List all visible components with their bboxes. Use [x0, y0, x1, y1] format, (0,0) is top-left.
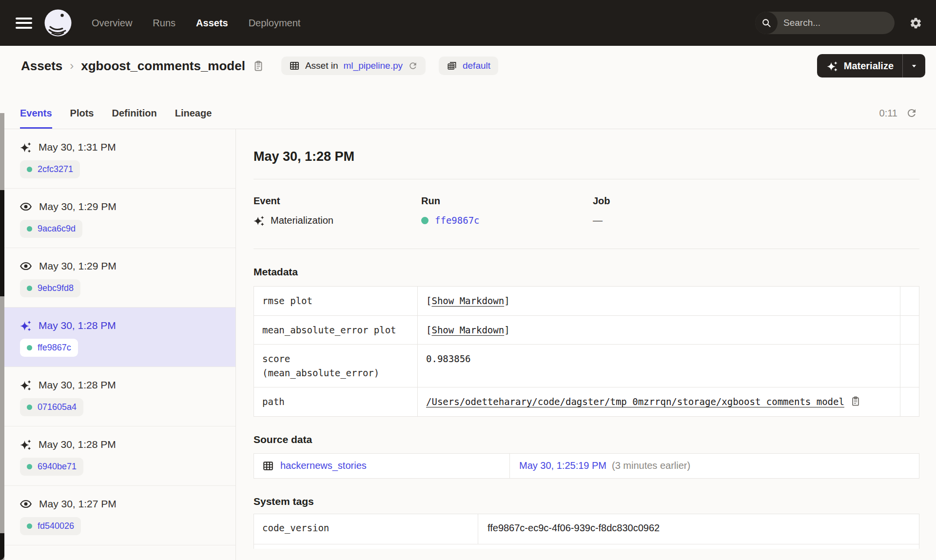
- nav-link-deployment[interactable]: Deployment: [249, 18, 301, 29]
- search-icon: [755, 12, 778, 34]
- table-row: path /Users/odetteharary/code/dagster/tm…: [254, 387, 919, 416]
- event-timestamp: May 30, 1:29 PM: [39, 201, 117, 212]
- nav-link-assets[interactable]: Assets: [196, 18, 228, 29]
- gear-icon[interactable]: [909, 17, 922, 30]
- run-id-link[interactable]: ffe9867c: [38, 343, 71, 353]
- event-list-item[interactable]: May 30, 1:29 PM 9ebc9fd8: [0, 248, 235, 308]
- run-id-badge[interactable]: 071605a4: [20, 398, 83, 416]
- tab-definition[interactable]: Definition: [112, 97, 157, 129]
- run-id-badge[interactable]: 6940be71: [20, 458, 83, 476]
- repo-name-link[interactable]: default: [463, 60, 490, 71]
- search-input[interactable]: [783, 18, 895, 28]
- refresh-icon[interactable]: [906, 97, 917, 129]
- materialization-icon: [20, 379, 31, 391]
- run-id-link[interactable]: 2cfc3271: [38, 164, 73, 174]
- table-icon: [262, 460, 274, 472]
- table-row: score (mean_absolute_error) 0.983856: [254, 345, 919, 387]
- event-list-item[interactable]: May 30, 1:28 PM 071605a4: [0, 367, 235, 426]
- observation-icon: [20, 498, 32, 510]
- run-status-dot: [421, 217, 429, 224]
- run-id-badge[interactable]: fd540026: [20, 517, 81, 535]
- event-timestamp: May 30, 1:31 PM: [39, 141, 116, 153]
- dagster-logo[interactable]: [44, 9, 72, 37]
- bracket: ]: [504, 325, 509, 335]
- bracket: [: [426, 325, 431, 335]
- metadata-table: rmse plot [Show Markdown] mean_absolute_…: [254, 286, 919, 417]
- copy-path-icon[interactable]: [850, 396, 861, 406]
- materialize-dropdown-button[interactable]: [903, 54, 925, 77]
- search-box[interactable]: /: [755, 12, 895, 34]
- reload-location-icon[interactable]: [408, 61, 418, 71]
- divider: [254, 179, 919, 179]
- nav-link-overview[interactable]: Overview: [92, 18, 132, 29]
- run-id-badge[interactable]: 9ebc9fd8: [20, 279, 80, 297]
- source-timestamp-link[interactable]: May 30, 1:25:19 PM: [519, 460, 606, 471]
- source-asset-link[interactable]: hackernews_stories: [280, 460, 367, 471]
- metadata-heading: Metadata: [254, 266, 919, 278]
- run-id-badge[interactable]: 2cfc3271: [20, 160, 80, 178]
- event-timestamp: May 30, 1:28 PM: [39, 320, 116, 331]
- run-id-link[interactable]: fd540026: [38, 521, 74, 531]
- job-value: —: [593, 215, 603, 226]
- event-list-item[interactable]: May 30, 1:31 PM 2cfc3271: [0, 129, 235, 189]
- job-column-label: Job: [593, 195, 610, 207]
- show-markdown-link[interactable]: Show Markdown: [431, 295, 504, 306]
- event-list-item[interactable]: May 30, 1:27 PM fd540026: [0, 486, 235, 545]
- bracket: [: [426, 295, 431, 306]
- run-id-link[interactable]: 9aca6c9d: [38, 224, 76, 234]
- page-header: Assets › xgboost_comments_model Asset in…: [0, 46, 936, 86]
- event-list-item[interactable]: May 30, 1:29 PM 9aca6c9d: [0, 189, 235, 248]
- asset-tabs: Events Plots Definition Lineage 0:11: [0, 86, 936, 129]
- run-status-dot: [27, 286, 32, 291]
- metadata-key: rmse plot: [254, 287, 418, 315]
- event-timestamp: May 30, 1:28 PM: [39, 439, 116, 450]
- event-list-item-selected[interactable]: May 30, 1:28 PM ffe9867c: [0, 308, 235, 367]
- tab-plots[interactable]: Plots: [70, 97, 94, 129]
- nav-link-runs[interactable]: Runs: [153, 18, 176, 29]
- breadcrumb-separator: ›: [70, 59, 74, 73]
- left-scrollbar-track[interactable]: [0, 113, 4, 560]
- left-scrollbar-thumb[interactable]: [0, 190, 4, 296]
- path-link[interactable]: /Users/odetteharary/code/dagster/tmp_0mz…: [426, 395, 844, 409]
- refresh-countdown: 0:11: [879, 97, 897, 129]
- chevron-down-icon: [909, 61, 919, 71]
- event-type-value: Materialization: [271, 215, 333, 226]
- table-end-cell: [900, 316, 919, 345]
- event-list-item[interactable]: May 30, 1:28 PM 6940be71: [0, 426, 235, 486]
- asset-location-file-link[interactable]: ml_pipeline.py: [344, 60, 403, 71]
- run-column-label: Run: [421, 195, 593, 207]
- run-status-dot: [27, 167, 32, 172]
- asset-location-badge: Asset in ml_pipeline.py: [281, 57, 426, 75]
- source-timestamp-cell: May 30, 1:25:19 PM (3 minutes earlier): [510, 454, 919, 478]
- hamburger-menu-icon[interactable]: [16, 18, 32, 29]
- event-summary-row: Event Materialization Run ffe9867c Job —: [254, 195, 919, 226]
- run-status-dot: [27, 226, 32, 232]
- run-status-dot: [27, 345, 32, 350]
- repo-badge[interactable]: default: [439, 57, 498, 75]
- run-id-link[interactable]: 9ebc9fd8: [38, 283, 74, 293]
- table-row: code_version ffe9867c-ec9c-4f06-939c-f8d…: [254, 514, 919, 544]
- breadcrumb-assets-link[interactable]: Assets: [21, 58, 62, 74]
- materialize-label: Materialize: [844, 60, 894, 72]
- left-scrollbar-end: [0, 533, 4, 560]
- metadata-key: path: [254, 387, 418, 416]
- source-asset-cell: hackernews_stories: [254, 454, 510, 478]
- table-end-cell: [900, 387, 919, 416]
- event-detail-title: May 30, 1:28 PM: [254, 149, 919, 164]
- table-row: mean_absolute_error plot [Show Markdown]: [254, 316, 919, 345]
- materialization-icon: [20, 320, 31, 331]
- run-id-badge[interactable]: 9aca6c9d: [20, 220, 82, 238]
- run-id-link[interactable]: 071605a4: [38, 402, 77, 412]
- tab-events[interactable]: Events: [20, 97, 52, 129]
- metadata-key: mean_absolute_error plot: [254, 316, 418, 345]
- show-markdown-link[interactable]: Show Markdown: [431, 325, 504, 335]
- run-id-link[interactable]: ffe9867c: [435, 215, 480, 226]
- source-data-heading: Source data: [254, 434, 919, 445]
- page-title: xgboost_comments_model: [81, 58, 245, 74]
- materialize-button[interactable]: Materialize: [817, 54, 902, 77]
- copy-asset-name-icon[interactable]: [253, 60, 264, 72]
- tab-lineage[interactable]: Lineage: [175, 97, 212, 129]
- run-id-link[interactable]: 6940be71: [38, 462, 77, 472]
- materialization-icon: [20, 439, 31, 450]
- run-id-badge[interactable]: ffe9867c: [20, 339, 78, 357]
